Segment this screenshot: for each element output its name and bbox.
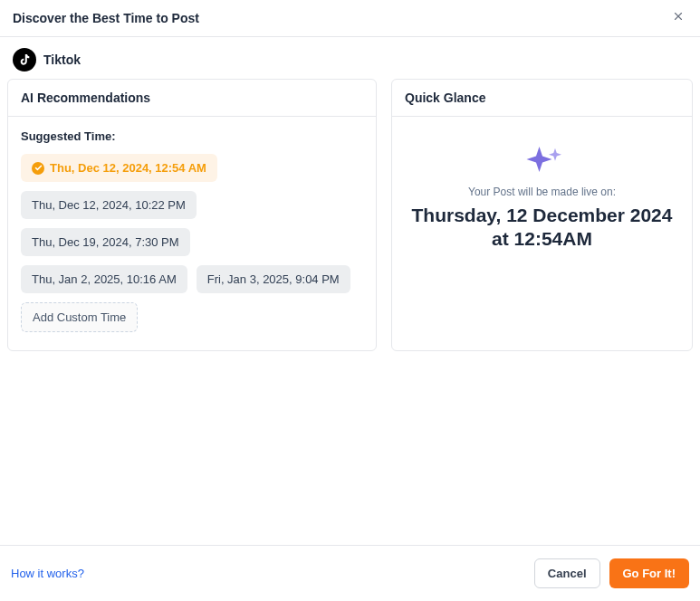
tiktok-icon xyxy=(13,48,36,72)
sparkle-icon xyxy=(410,146,674,173)
how-it-works-link[interactable]: How it works? xyxy=(11,567,84,580)
check-icon xyxy=(32,162,44,175)
platform-row: Tiktok xyxy=(0,37,700,79)
add-custom-time-button[interactable]: Add Custom Time xyxy=(21,302,138,332)
time-chip-selected[interactable]: Thu, Dec 12, 2024, 12:54 AM xyxy=(21,154,217,182)
modal-footer: How it works? Cancel Go For It! xyxy=(0,545,700,601)
platform-name: Tiktok xyxy=(43,52,81,67)
go-for-it-button[interactable]: Go For It! xyxy=(609,558,690,588)
footer-actions: Cancel Go For It! xyxy=(534,558,689,588)
quick-glance-title: Quick Glance xyxy=(392,80,692,117)
content-row: AI Recommendations Suggested Time: Thu, … xyxy=(0,79,700,351)
recommendations-card: AI Recommendations Suggested Time: Thu, … xyxy=(7,79,377,351)
time-chip-label: Thu, Dec 19, 2024, 7:30 PM xyxy=(32,235,179,249)
time-chip-label: Thu, Dec 12, 2024, 10:22 PM xyxy=(32,198,186,212)
glance-subtext: Your Post will be made live on: xyxy=(410,186,674,198)
time-chip[interactable]: Thu, Dec 12, 2024, 10:22 PM xyxy=(21,191,197,219)
cancel-button[interactable]: Cancel xyxy=(534,558,600,588)
recommendations-title: AI Recommendations xyxy=(8,80,376,117)
time-chip-label: Thu, Dec 12, 2024, 12:54 AM xyxy=(50,161,206,175)
glance-line2: at 12:54AM xyxy=(492,228,592,249)
quick-glance-card: Quick Glance Your Post will be made live… xyxy=(391,79,693,351)
time-chip-label: Thu, Jan 2, 2025, 10:16 AM xyxy=(32,272,177,286)
glance-main-text: Thursday, 12 December 2024 at 12:54AM xyxy=(410,204,674,252)
time-chip[interactable]: Thu, Dec 19, 2024, 7:30 PM xyxy=(21,228,190,256)
custom-time-label: Add Custom Time xyxy=(33,310,126,324)
modal-title: Discover the Best Time to Post xyxy=(13,11,199,25)
time-chip[interactable]: Fri, Jan 3, 2025, 9:04 PM xyxy=(197,265,350,293)
time-chip[interactable]: Thu, Jan 2, 2025, 10:16 AM xyxy=(21,265,187,293)
suggested-time-label: Suggested Time: xyxy=(21,129,363,143)
time-chip-label: Fri, Jan 3, 2025, 9:04 PM xyxy=(207,272,340,286)
time-chip-list: Thu, Dec 12, 2024, 12:54 AM Thu, Dec 12,… xyxy=(21,154,363,332)
modal-header: Discover the Best Time to Post xyxy=(0,0,700,37)
glance-line1: Thursday, 12 December 2024 xyxy=(412,205,673,225)
close-icon xyxy=(672,10,685,26)
close-button[interactable] xyxy=(669,9,687,27)
